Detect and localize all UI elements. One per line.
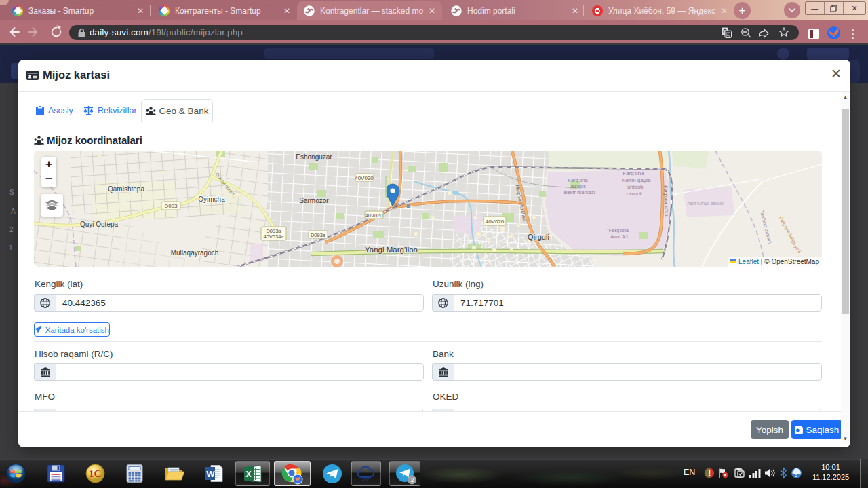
svg-text:Oyimcha: Oyimcha (198, 195, 225, 203)
svg-text:Quyi Oqtepa: Quyi Oqtepa (80, 221, 119, 228)
svg-text:Azot Kimyo zavodi: Azot Kimyo zavodi (687, 201, 723, 206)
svg-text:zavodi: zavodi (625, 191, 641, 197)
svg-text:Qamishtepa: Qamishtepa (108, 185, 144, 193)
svg-text:Sarmozor: Sarmozor (299, 197, 329, 204)
svg-text:Farg'ona: Farg'ona (568, 177, 588, 183)
svg-text:D093a: D093a (311, 232, 326, 238)
svg-text:Azot AJ: Azot AJ (610, 233, 628, 240)
svg-text:Yangi Marg'ilon: Yangi Marg'ilon (365, 246, 418, 254)
svg-text:40V020: 40V020 (366, 212, 383, 219)
svg-text:40V020: 40V020 (486, 219, 505, 225)
svg-text:Farg'ona: Farg'ona (623, 170, 644, 176)
svg-text:issiqlik: issiqlik (571, 183, 586, 189)
svg-text:Neftni qayta: Neftni qayta (622, 177, 651, 183)
svg-text:Eshonguzar: Eshonguzar (296, 153, 332, 161)
svg-text:ishlash: ishlash (627, 184, 644, 190)
svg-text:"Farg'ona: "Farg'ona (607, 227, 629, 233)
svg-text:40V030: 40V030 (355, 175, 374, 181)
svg-text:elektr markazi: elektr markazi (564, 189, 595, 195)
svg-text:Qirguli: Qirguli (528, 233, 549, 241)
svg-text:40V034a: 40V034a (263, 233, 284, 240)
svg-text:Mullaqayragoch: Mullaqayragoch (171, 249, 219, 257)
svg-text:D093: D093 (164, 203, 178, 209)
